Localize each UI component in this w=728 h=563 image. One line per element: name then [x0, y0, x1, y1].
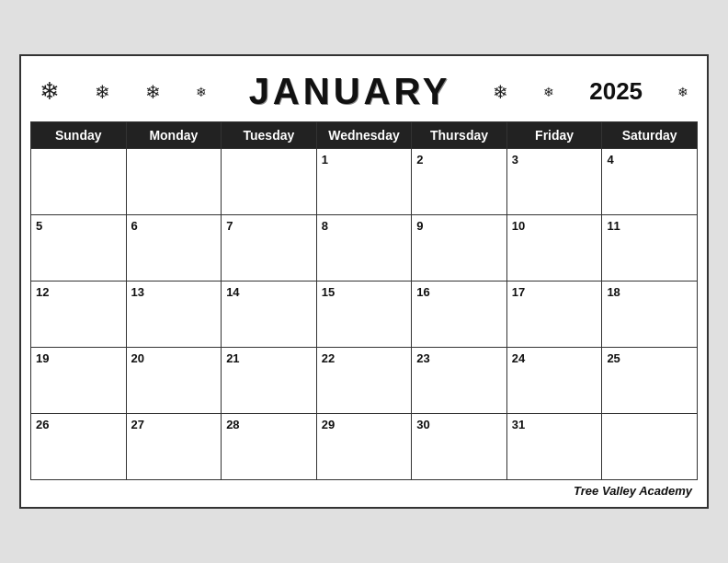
calendar-table: Sunday Monday Tuesday Wednesday Thursday…: [30, 121, 698, 480]
brand-label: Tree Valley Academy: [574, 484, 692, 498]
calendar-day-cell: 9: [412, 215, 507, 282]
calendar-week-row: 567891011: [31, 215, 698, 282]
calendar-day-cell: 23: [412, 348, 507, 414]
calendar-day-cell: 15: [316, 282, 412, 348]
calendar-day-cell: 16: [412, 282, 507, 348]
calendar-day-cell: 20: [126, 348, 222, 414]
calendar-header: ❄ ❄ ❄ ❄ JANUARY ❄ ❄ 2025 ❄: [30, 65, 698, 121]
calendar-day-cell: 22: [316, 348, 412, 414]
calendar-day-cell: 6: [126, 215, 222, 282]
snowflake-icon-5: ❄: [493, 81, 508, 103]
calendar-day-cell: [602, 414, 698, 480]
calendar-day-cell: 11: [602, 215, 698, 282]
calendar-day-cell: [31, 149, 127, 215]
calendar-day-cell: 4: [602, 149, 698, 215]
calendar-day-cell: 19: [31, 348, 127, 414]
header-friday: Friday: [506, 122, 602, 149]
snowflake-icon-1: ❄: [40, 77, 60, 106]
calendar-day-cell: 10: [506, 215, 602, 282]
snowflake-icon-7: ❄: [677, 85, 688, 99]
calendar-day-cell: 17: [506, 282, 602, 348]
calendar-day-cell: 25: [602, 348, 698, 414]
calendar-day-cell: 5: [31, 215, 127, 282]
header-monday: Monday: [126, 122, 222, 149]
calendar-week-row: 262728293031: [31, 414, 698, 480]
calendar: ❄ ❄ ❄ ❄ JANUARY ❄ ❄ 2025 ❄ Sunday Monday…: [19, 54, 709, 509]
calendar-day-cell: 24: [506, 348, 602, 414]
calendar-week-row: 19202122232425: [31, 348, 698, 414]
snowflake-icon-3: ❄: [145, 81, 161, 103]
calendar-day-cell: 8: [316, 215, 412, 282]
year-label: 2025: [589, 77, 643, 106]
calendar-day-cell: [126, 149, 222, 215]
calendar-day-cell: 18: [602, 282, 698, 348]
calendar-day-cell: 2: [412, 149, 507, 215]
snowflake-icon-2: ❄: [95, 81, 110, 103]
calendar-week-row: 12131415161718: [31, 282, 698, 348]
calendar-day-cell: 1: [316, 149, 412, 215]
header-tuesday: Tuesday: [222, 122, 317, 149]
calendar-day-cell: 27: [126, 414, 222, 480]
calendar-day-cell: 14: [222, 282, 317, 348]
header-thursday: Thursday: [412, 122, 507, 149]
calendar-week-row: 1234: [31, 149, 698, 215]
header-wednesday: Wednesday: [316, 122, 412, 149]
days-header-row: Sunday Monday Tuesday Wednesday Thursday…: [31, 122, 698, 149]
calendar-day-cell: 30: [412, 414, 507, 480]
calendar-day-cell: 31: [506, 414, 602, 480]
calendar-day-cell: [222, 149, 317, 215]
snowflake-icon-4: ❄: [196, 85, 207, 99]
calendar-day-cell: 3: [506, 149, 602, 215]
snowflakes-row: ❄ ❄ ❄ ❄ JANUARY ❄ ❄ 2025 ❄: [30, 71, 698, 112]
calendar-day-cell: 29: [316, 414, 412, 480]
calendar-day-cell: 21: [222, 348, 317, 414]
header-saturday: Saturday: [602, 122, 698, 149]
header-sunday: Sunday: [31, 122, 127, 149]
calendar-day-cell: 7: [222, 215, 317, 282]
calendar-day-cell: 13: [126, 282, 222, 348]
calendar-day-cell: 12: [31, 282, 127, 348]
month-title: JANUARY: [249, 71, 451, 112]
snowflake-icon-6: ❄: [543, 85, 554, 99]
footer: Tree Valley Academy: [30, 480, 698, 498]
calendar-day-cell: 28: [222, 414, 317, 480]
calendar-day-cell: 26: [31, 414, 127, 480]
